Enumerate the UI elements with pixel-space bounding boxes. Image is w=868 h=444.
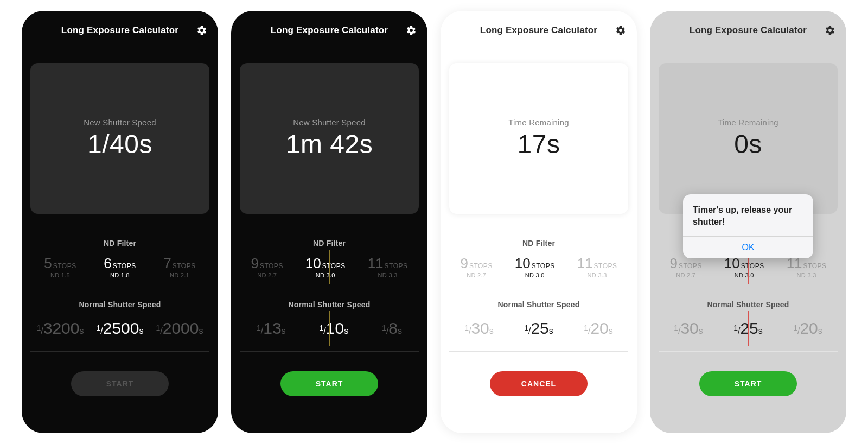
card-label: Time Remaining bbox=[508, 118, 569, 127]
nd-filter-picker[interactable]: 9STOPS ND 2.7 10STOPS ND 3.0 11STOPS ND … bbox=[240, 251, 419, 283]
nd-option-selected[interactable]: 10STOPS ND 3.0 bbox=[515, 256, 555, 278]
nd-filter-title: ND Filter bbox=[449, 239, 628, 248]
nd-option-next[interactable]: 11STOPS ND 3.3 bbox=[577, 256, 617, 278]
divider bbox=[449, 290, 628, 290]
nd-option-prev[interactable]: 5STOPS ND 1.5 bbox=[44, 256, 76, 278]
divider bbox=[449, 351, 628, 352]
shutter-section: Normal Shutter Speed 1/30s 1/25s 1/20s bbox=[441, 300, 637, 345]
card-value: 1/40s bbox=[87, 129, 152, 159]
app-title: Long Exposure Calculator bbox=[480, 25, 597, 36]
shutter-section: Normal Shutter Speed 1/3200s 1/2500s 1/2… bbox=[22, 300, 218, 345]
shutter-option-prev[interactable]: 1/3200s bbox=[37, 320, 84, 337]
picker-indicator bbox=[329, 250, 330, 284]
nd-option-selected[interactable]: 10STOPS ND 3.0 bbox=[305, 256, 346, 278]
shutter-option-prev[interactable]: 1/30s bbox=[464, 320, 494, 337]
shutter-title: Normal Shutter Speed bbox=[30, 300, 209, 309]
shutter-option-prev[interactable]: 1/13s bbox=[257, 320, 286, 337]
picker-indicator bbox=[539, 250, 539, 284]
card-label: New Shutter Speed bbox=[293, 118, 365, 127]
nd-filter-section: ND Filter 9STOPS ND 2.7 10STOPS ND 3.0 1… bbox=[441, 239, 637, 283]
divider bbox=[30, 290, 209, 290]
nd-filter-section: ND Filter 9STOPS ND 2.7 10STOPS ND 3.0 1… bbox=[231, 239, 427, 283]
cancel-button[interactable]: CANCEL bbox=[490, 371, 588, 396]
gear-icon[interactable] bbox=[196, 25, 207, 36]
nd-filter-picker[interactable]: 5STOPS ND 1.5 6STOPS ND 1.8 7STOPS ND 2.… bbox=[30, 251, 209, 283]
divider bbox=[240, 351, 419, 352]
shutter-title: Normal Shutter Speed bbox=[449, 300, 628, 309]
alert-ok-button[interactable]: OK bbox=[683, 237, 813, 258]
result-card: New Shutter Speed 1/40s bbox=[30, 63, 209, 214]
nd-option-prev[interactable]: 9STOPS ND 2.7 bbox=[251, 256, 283, 278]
nd-filter-title: ND Filter bbox=[30, 239, 209, 248]
shutter-option-next[interactable]: 1/20s bbox=[584, 320, 613, 337]
divider bbox=[240, 290, 419, 290]
button-row: START bbox=[22, 371, 218, 396]
screen-4: Long Exposure Calculator Time Remaining … bbox=[650, 11, 846, 433]
nd-option-next[interactable]: 7STOPS ND 2.1 bbox=[163, 256, 195, 278]
gear-icon[interactable] bbox=[615, 25, 626, 36]
header: Long Exposure Calculator bbox=[231, 14, 427, 47]
button-row: START bbox=[231, 371, 427, 396]
screen-1: Long Exposure Calculator New Shutter Spe… bbox=[22, 11, 218, 433]
nd-filter-title: ND Filter bbox=[240, 239, 419, 248]
nd-option-prev[interactable]: 9STOPS ND 2.7 bbox=[460, 256, 492, 278]
picker-indicator bbox=[120, 311, 120, 346]
gear-icon[interactable] bbox=[406, 25, 417, 36]
card-label: New Shutter Speed bbox=[84, 118, 156, 127]
result-card: Time Remaining 17s bbox=[449, 63, 628, 214]
shutter-option-next[interactable]: 1/2000s bbox=[156, 320, 203, 337]
shutter-picker[interactable]: 1/13s 1/10s 1/8s bbox=[240, 312, 419, 345]
alert-dialog: Timer's up, release your shutter! OK bbox=[683, 194, 813, 258]
app-title: Long Exposure Calculator bbox=[271, 25, 388, 36]
picker-indicator bbox=[120, 250, 120, 284]
divider bbox=[30, 351, 209, 352]
screen-3: Long Exposure Calculator Time Remaining … bbox=[441, 11, 637, 433]
shutter-picker[interactable]: 1/30s 1/25s 1/20s bbox=[449, 312, 628, 345]
button-row: CANCEL bbox=[441, 371, 637, 396]
shutter-option-selected[interactable]: 1/10s bbox=[320, 320, 349, 337]
header: Long Exposure Calculator bbox=[441, 14, 637, 47]
screen-2: Long Exposure Calculator New Shutter Spe… bbox=[231, 11, 427, 433]
alert-message: Timer's up, release your shutter! bbox=[683, 194, 813, 236]
app-title: Long Exposure Calculator bbox=[61, 25, 178, 36]
card-value: 1m 42s bbox=[286, 129, 373, 159]
card-value: 17s bbox=[518, 129, 560, 159]
nd-filter-picker[interactable]: 9STOPS ND 2.7 10STOPS ND 3.0 11STOPS ND … bbox=[449, 251, 628, 283]
shutter-picker[interactable]: 1/3200s 1/2500s 1/2000s bbox=[30, 312, 209, 345]
picker-indicator bbox=[539, 311, 539, 346]
nd-option-next[interactable]: 11STOPS ND 3.3 bbox=[368, 256, 408, 278]
alert-overlay: Timer's up, release your shutter! OK bbox=[650, 11, 846, 433]
shutter-title: Normal Shutter Speed bbox=[240, 300, 419, 309]
picker-indicator bbox=[329, 311, 330, 346]
header: Long Exposure Calculator bbox=[22, 14, 218, 47]
result-card: New Shutter Speed 1m 42s bbox=[240, 63, 419, 214]
shutter-section: Normal Shutter Speed 1/13s 1/10s 1/8s bbox=[231, 300, 427, 345]
shutter-option-next[interactable]: 1/8s bbox=[382, 320, 402, 337]
nd-filter-section: ND Filter 5STOPS ND 1.5 6STOPS ND 1.8 7S… bbox=[22, 239, 218, 283]
start-button[interactable]: START bbox=[71, 371, 169, 396]
start-button[interactable]: START bbox=[280, 371, 378, 396]
